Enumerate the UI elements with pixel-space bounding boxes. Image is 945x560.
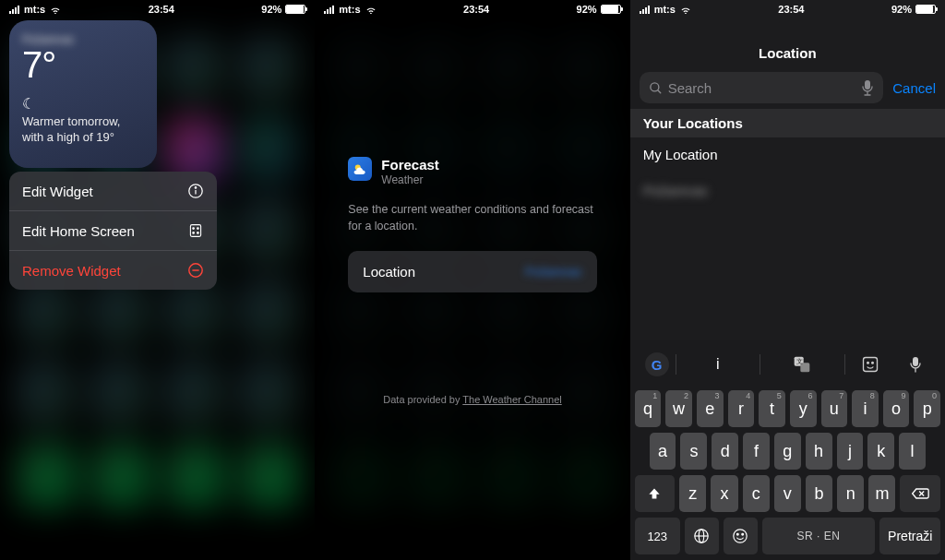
widget-temperature: 7° xyxy=(22,44,144,86)
key-z[interactable]: z xyxy=(679,475,706,512)
key-p[interactable]: p0 xyxy=(914,390,940,427)
svg-line-12 xyxy=(657,89,660,92)
svg-rect-13 xyxy=(865,80,870,89)
modal-header: Location xyxy=(630,37,945,68)
widget-summary: Warmer tomorrow, with a high of 19° xyxy=(22,114,144,146)
dictation-icon[interactable] xyxy=(861,79,874,96)
widget-settings-panel: Forecast Weather See the current weather… xyxy=(348,157,596,292)
backspace-key[interactable] xyxy=(900,475,940,512)
key-i[interactable]: i8 xyxy=(852,390,879,427)
menu-edit-home-screen[interactable]: Edit Home Screen xyxy=(9,211,217,251)
clock: 23:54 xyxy=(149,4,174,15)
battery-icon xyxy=(601,5,621,14)
weather-app-icon xyxy=(348,157,372,181)
sticker-icon[interactable] xyxy=(845,355,895,374)
clock: 23:54 xyxy=(463,4,489,15)
search-icon xyxy=(649,81,663,95)
search-field-container[interactable] xyxy=(640,72,884,103)
key-m[interactable]: m xyxy=(868,475,895,512)
key-r[interactable]: r4 xyxy=(728,390,755,427)
key-s[interactable]: s xyxy=(680,433,707,470)
svg-point-27 xyxy=(737,533,739,535)
key-c[interactable]: c xyxy=(743,475,770,512)
battery-pct: 92% xyxy=(261,4,281,15)
svg-rect-20 xyxy=(913,357,918,366)
google-search-icon[interactable]: G xyxy=(639,352,676,376)
svg-point-18 xyxy=(867,363,868,364)
location-item[interactable]: Požarevac xyxy=(630,173,945,209)
svg-point-7 xyxy=(197,232,199,234)
remove-icon xyxy=(187,262,204,279)
menu-remove-widget[interactable]: Remove Widget xyxy=(9,251,217,290)
key-n[interactable]: n xyxy=(837,475,864,512)
globe-key[interactable] xyxy=(685,518,719,554)
weather-widget[interactable]: Požarevac 7° ☾ Warmer tomorrow, with a h… xyxy=(9,20,157,168)
location-item-my-location[interactable]: My Location xyxy=(630,137,945,173)
menu-edit-widget[interactable]: Edit Widget xyxy=(9,172,217,211)
status-bar: mt:s 23:54 92% xyxy=(315,0,629,17)
key-h[interactable]: h xyxy=(806,433,832,470)
screen-widget-context: mt:s 23:54 92% Požarevac 7° ☾ Warmer tom… xyxy=(0,0,315,560)
key-q[interactable]: q1 xyxy=(635,390,662,427)
key-k[interactable]: k xyxy=(867,433,894,470)
svg-point-5 xyxy=(197,228,199,230)
battery-icon xyxy=(915,5,936,14)
menu-label: Edit Home Screen xyxy=(22,223,135,239)
clock: 23:54 xyxy=(778,4,804,15)
location-label: Location xyxy=(363,264,415,280)
weather-channel-link[interactable]: The Weather Channel xyxy=(462,394,561,405)
key-j[interactable]: j xyxy=(837,433,864,470)
keyboard: G i 文 q1w2e3r4t5y6u7i8o9p0 asdfghjkl zxc… xyxy=(630,340,945,560)
key-e[interactable]: e3 xyxy=(697,390,724,427)
apps-grid-icon xyxy=(187,222,204,239)
widget-location: Požarevac xyxy=(22,33,144,46)
emoji-key[interactable] xyxy=(724,518,758,554)
keyboard-row-2: asdfghjkl xyxy=(635,433,940,470)
key-x[interactable]: x xyxy=(711,475,737,512)
voice-input-icon[interactable] xyxy=(895,355,937,374)
keyboard-row-3: zxcvbnm xyxy=(635,475,940,512)
menu-label: Edit Widget xyxy=(22,184,93,199)
suggestion-i[interactable]: i xyxy=(676,356,760,373)
key-t[interactable]: t5 xyxy=(759,390,785,427)
menu-label: Remove Widget xyxy=(22,263,121,279)
key-g[interactable]: g xyxy=(774,433,801,470)
keyboard-row-1: q1w2e3r4t5y6u7i8o9p0 xyxy=(635,390,940,427)
svg-point-6 xyxy=(193,232,195,234)
key-v[interactable]: v xyxy=(774,475,801,512)
svg-point-4 xyxy=(193,228,195,230)
space-key[interactable]: SR · EN xyxy=(762,518,876,554)
key-o[interactable]: o9 xyxy=(883,390,910,427)
keyboard-row-bottom: 123 SR · EN Pretraži xyxy=(635,518,940,554)
key-d[interactable]: d xyxy=(712,433,738,470)
numbers-key[interactable]: 123 xyxy=(635,518,680,554)
svg-point-26 xyxy=(734,530,747,542)
search-key[interactable]: Pretraži xyxy=(879,518,940,554)
svg-point-2 xyxy=(195,187,196,188)
key-b[interactable]: b xyxy=(806,475,832,512)
key-f[interactable]: f xyxy=(743,433,770,470)
key-l[interactable]: l xyxy=(899,433,926,470)
carrier-label: mt:s xyxy=(24,4,45,15)
search-input[interactable] xyxy=(668,80,862,96)
cancel-button[interactable]: Cancel xyxy=(892,80,936,96)
key-u[interactable]: u7 xyxy=(821,390,848,427)
signal-icon xyxy=(640,6,650,14)
screen-edit-widget: mt:s 23:54 92% Forecast Weather See the … xyxy=(315,0,629,560)
wifi-icon xyxy=(365,6,377,14)
carrier-label: mt:s xyxy=(654,4,676,15)
key-y[interactable]: y6 xyxy=(790,390,817,427)
carrier-label: mt:s xyxy=(339,4,360,15)
data-credit: Data provided by The Weather Channel xyxy=(315,394,629,405)
battery-pct: 92% xyxy=(891,4,912,15)
wifi-icon xyxy=(50,6,61,14)
translate-icon[interactable]: 文 xyxy=(760,355,843,374)
svg-point-28 xyxy=(742,533,744,535)
location-setting-row[interactable]: Location Požarevac xyxy=(348,251,596,292)
shift-key[interactable] xyxy=(635,475,676,512)
status-bar: mt:s 23:54 92% xyxy=(0,0,315,17)
location-value: Požarevac xyxy=(525,265,581,279)
key-w[interactable]: w2 xyxy=(665,390,692,427)
signal-icon xyxy=(324,6,334,14)
key-a[interactable]: a xyxy=(650,433,676,470)
